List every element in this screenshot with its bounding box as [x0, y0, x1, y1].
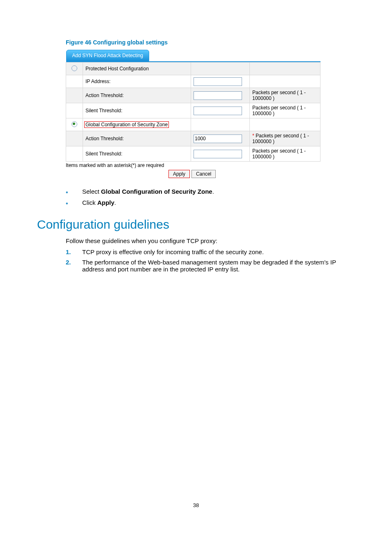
row-silent-threshold-1: Silent Threshold: Packets per second ( 1…	[66, 103, 321, 118]
action-threshold-hint-2: * Packets per second ( 1 - 1000000 )	[250, 131, 321, 146]
button-row: Apply Cancel	[66, 170, 321, 178]
action-threshold-input-1[interactable]	[194, 91, 242, 100]
action-threshold-label-2: Action Threshold:	[83, 131, 191, 146]
instruction-bullets: Select Global Configuration of Security …	[66, 188, 355, 206]
figure-screenshot: Add SYN Flood Attack Detecting Protected…	[66, 50, 321, 178]
ip-address-input[interactable]	[194, 77, 242, 86]
guideline-item: TCP proxy is effective only for incoming…	[66, 248, 355, 255]
bullet-select-global: Select Global Configuration of Security …	[66, 188, 355, 195]
row-action-threshold-2: Action Threshold: * Packets per second (…	[66, 131, 321, 146]
guideline-item: The performance of the Web-based managem…	[66, 259, 355, 273]
bullet-click-apply: Click Apply.	[66, 199, 355, 206]
silent-threshold-input-1[interactable]	[194, 107, 242, 115]
action-threshold-label-1: Action Threshold:	[83, 88, 191, 103]
ip-address-label: IP Address:	[83, 75, 191, 88]
radio-protected-host[interactable]	[71, 65, 77, 71]
config-table: Add SYN Flood Attack Detecting Protected…	[66, 50, 321, 162]
figure-caption: Figure 46 Configuring global settings	[66, 39, 355, 46]
silent-threshold-hint-2: Packets per second ( 1 - 1000000 )	[250, 146, 321, 162]
row-action-threshold-1: Action Threshold: Packets per second ( 1…	[66, 88, 321, 103]
action-threshold-input-2[interactable]	[194, 134, 242, 143]
section-heading-config-guidelines: Configuration guidelines	[37, 218, 355, 232]
apply-button[interactable]: Apply	[168, 170, 190, 178]
silent-threshold-hint-1: Packets per second ( 1 - 1000000 )	[250, 103, 321, 118]
silent-threshold-label-1: Silent Threshold:	[83, 103, 191, 118]
radio-global-zone[interactable]	[71, 121, 77, 127]
protected-host-label: Protected Host Configuration	[83, 63, 191, 75]
guidelines-list: TCP proxy is effective only for incoming…	[66, 248, 355, 273]
cancel-button[interactable]: Cancel	[191, 170, 216, 178]
silent-threshold-input-2[interactable]	[194, 150, 242, 158]
silent-threshold-label-2: Silent Threshold:	[83, 146, 191, 162]
required-note: Items marked with an asterisk(*) are req…	[66, 162, 321, 168]
row-silent-threshold-2: Silent Threshold: Packets per second ( 1…	[66, 146, 321, 162]
row-global-zone: Global Configuration of Security Zone	[66, 118, 321, 131]
intro-paragraph: Follow these guidelines when you configu…	[66, 237, 355, 244]
row-protected-host: Protected Host Configuration	[66, 63, 321, 75]
row-ip-address: IP Address:	[66, 75, 321, 88]
action-threshold-hint-1: Packets per second ( 1 - 1000000 )	[250, 88, 321, 103]
global-zone-label: Global Configuration of Security Zone	[84, 121, 169, 128]
tab-add-syn-flood[interactable]: Add SYN Flood Attack Detecting	[66, 50, 150, 61]
